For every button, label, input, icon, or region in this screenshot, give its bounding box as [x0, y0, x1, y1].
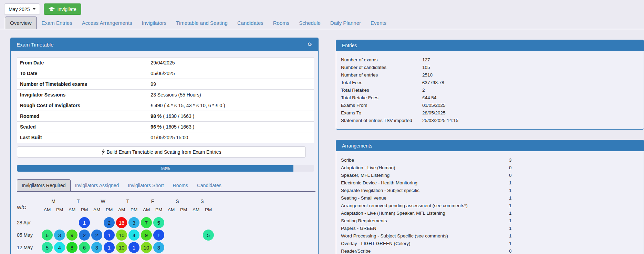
tab-invigilators[interactable]: Invigilators — [137, 17, 172, 29]
session-count-badge: 3 — [153, 242, 164, 253]
month-selector-button[interactable]: May 2025 — [4, 3, 40, 15]
tab-overview[interactable]: Overview — [5, 17, 37, 29]
arrangement-value: 1 — [509, 179, 639, 187]
grid-cell: 1 — [103, 241, 115, 254]
session-count-badge: 10 — [141, 242, 152, 253]
field-value: ( 1630 / 1663 ) — [162, 113, 194, 119]
grid-day-label: M — [41, 199, 66, 207]
stat-value: 28/05/2025 — [422, 109, 639, 117]
grid-cell — [177, 216, 190, 229]
grid-cell: 16 — [115, 216, 128, 229]
timetable-field-row: Seated 96 % ( 1605 / 1663 ) — [17, 122, 314, 132]
timetable-field-row: From Date 29/04/2025 — [17, 58, 314, 68]
tab-candidates[interactable]: Candidates — [232, 17, 268, 29]
arrangement-row: Overlay - LIGHT GREEN (Celery) 1 — [341, 240, 639, 247]
grid-cell: 3 — [153, 241, 165, 254]
field-value: 99 — [150, 81, 156, 87]
field-value: £ 490 ( 4 * £ 15, 43 * £ 10, 6 * £ 0 ) — [150, 103, 225, 108]
grid-cell: 9 — [66, 229, 78, 241]
arrangement-value: 1 — [509, 210, 639, 217]
tab-schedule[interactable]: Schedule — [294, 17, 325, 29]
exam-timetable-header: Exam Timetable ⟳ — [11, 38, 318, 51]
session-count-badge: 10 — [116, 242, 127, 253]
build-progress-bar: 93% — [17, 165, 314, 172]
grid-cell — [165, 216, 177, 229]
grid-session-label: PM — [78, 207, 91, 216]
build-timetable-button[interactable]: Build Exam Timetable and Seating from Ex… — [17, 146, 306, 158]
grid-cell: 3 — [53, 229, 66, 241]
arrangement-value: 1 — [509, 232, 639, 240]
tab-daily-planner[interactable]: Daily Planner — [325, 17, 366, 29]
session-count-badge: 2 — [104, 217, 115, 228]
grid-cell — [165, 229, 177, 241]
progress-label: 93% — [17, 165, 314, 172]
refresh-icon[interactable]: ⟳ — [308, 42, 312, 47]
session-count-badge: 6 — [79, 242, 90, 253]
arrangement-row: Word Processing - Subject Specific (see … — [341, 232, 639, 240]
arrangement-value: 1 — [509, 217, 639, 225]
tab-events[interactable]: Events — [366, 17, 391, 29]
field-label: Roomed — [17, 111, 150, 122]
subtab-invigilators-assigned[interactable]: Invigilators Assigned — [71, 180, 124, 191]
grid-day-label: T — [115, 199, 140, 207]
invigilate-button[interactable]: Invigilate — [44, 3, 81, 15]
arrangement-row: Papers - GREEN 1 — [341, 225, 639, 232]
grid-day-label: F — [140, 199, 165, 207]
arrangement-row: Electronic Device - Health Monitoring 1 — [341, 179, 639, 187]
stat-value: 01/05/2025 — [422, 102, 639, 109]
grid-cell — [202, 216, 215, 229]
subtab-invigilators-required[interactable]: Invigilators Required — [17, 179, 71, 192]
timetable-field-row: Invigilator Sessions 23 Sessions (55 Hou… — [17, 90, 314, 100]
stat-value: 2 — [422, 87, 639, 94]
right-column: Entries Number of exams 127 Number of ca… — [336, 40, 644, 254]
exam-timetable-panel: Exam Timetable ⟳ From Date 29/04/2025 — [10, 38, 319, 254]
arrangement-row: Scribe 3 — [341, 156, 639, 164]
entries-panel: Entries Number of exams 127 Number of ca… — [336, 40, 644, 130]
grid-cell — [177, 229, 190, 241]
grid-session-label: PM — [103, 207, 115, 216]
grid-cell: 4 — [53, 241, 66, 254]
session-count-badge: 9 — [66, 230, 77, 241]
grid-session-label: PM — [53, 207, 66, 216]
grid-cell: 3 — [91, 241, 103, 254]
stat-row: Exams From 01/05/2025 — [341, 102, 639, 109]
arrangement-value: 1 — [509, 187, 639, 194]
session-count-badge: 7 — [141, 217, 152, 228]
session-count-badge: 9 — [141, 230, 152, 241]
grid-cell: 6 — [78, 241, 91, 254]
arrangement-row: Reader/Scribe 0 — [341, 247, 639, 254]
panel-title: Arrangements — [342, 143, 372, 149]
field-label: Last Built — [17, 132, 150, 143]
subtab-invigilators-short[interactable]: Invigilators Short — [123, 180, 168, 191]
arrangement-label: Speaker, MFL Listening — [341, 172, 509, 179]
session-count-badge: 4 — [54, 242, 65, 253]
grid-cell: 5 — [202, 229, 215, 241]
timetable-summary-table: From Date 29/04/2025 To Date 05/06/2025 … — [17, 57, 314, 143]
graduation-cap-icon — [49, 7, 55, 11]
field-label: Number of Timetabled exams — [17, 79, 150, 90]
stat-row: Number of entries 2510 — [341, 71, 639, 79]
session-count-badge: 5 — [153, 217, 164, 228]
grid-session-label: PM — [128, 207, 140, 216]
session-count-badge: 1 — [153, 230, 164, 241]
arrangement-value: 1 — [509, 194, 639, 202]
tab-exam-entries[interactable]: Exam Entries — [37, 17, 77, 29]
subtab-rooms[interactable]: Rooms — [168, 180, 193, 191]
grid-session-label: PM — [177, 207, 190, 216]
arrangement-row: Seating - Small venue 1 — [341, 194, 639, 202]
stat-label: Total Fees — [341, 79, 422, 87]
arrangements-stats: Scribe 3 Adaptation - Live (Human) 0 Spe… — [336, 151, 644, 254]
tab-access-arrangements[interactable]: Access Arrangements — [77, 17, 137, 29]
tab-timetable-and-seating[interactable]: Timetable and Seating — [171, 17, 232, 29]
stat-label: Exams From — [341, 102, 422, 109]
arrangement-label: Overlay - LIGHT GREEN (Celery) — [341, 240, 509, 247]
grid-cell: 1 — [153, 229, 165, 241]
grid-cell: 2 — [78, 229, 91, 241]
arrangement-row: Adaptation - Live (Human) Speaker, MFL L… — [341, 210, 639, 217]
stat-row: Exams To 28/05/2025 — [341, 109, 639, 117]
subtab-candidates[interactable]: Candidates — [193, 180, 226, 191]
tab-rooms[interactable]: Rooms — [268, 17, 294, 29]
grid-week-label: 28 Apr — [17, 220, 41, 225]
arrangement-value: 0 — [509, 172, 639, 179]
grid-cell — [165, 241, 177, 254]
